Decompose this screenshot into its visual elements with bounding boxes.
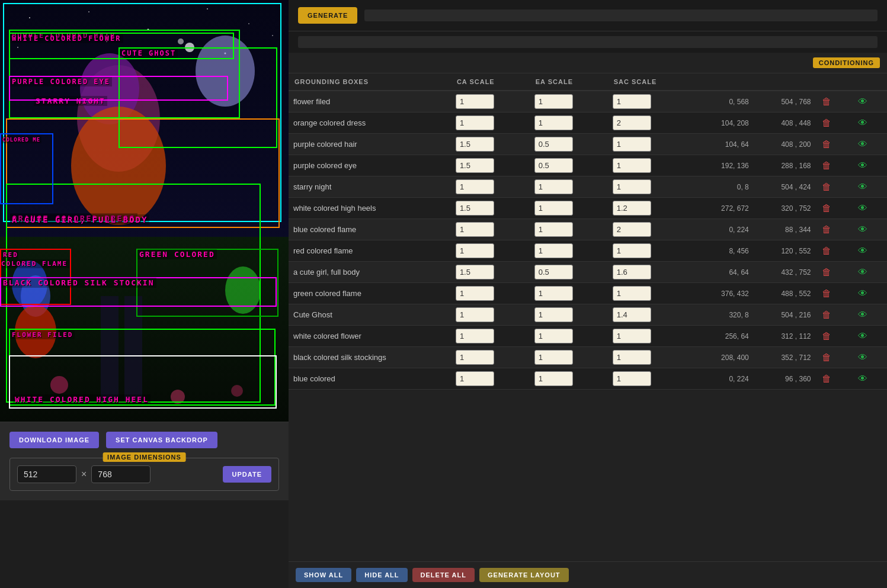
- cell-ca-9[interactable]: [451, 283, 530, 304]
- input-sac-6[interactable]: [613, 222, 651, 237]
- cell-sac-13[interactable]: [608, 368, 695, 390]
- cell-delete-1[interactable]: 🗑: [815, 113, 851, 134]
- input-ea-7[interactable]: [534, 243, 573, 258]
- download-image-button[interactable]: DOWNLOAD IMAGE: [9, 432, 99, 448]
- eye-button-10[interactable]: 👁: [856, 308, 869, 322]
- input-ca-1[interactable]: [456, 115, 494, 130]
- cell-eye-6[interactable]: 👁: [851, 219, 887, 240]
- cell-delete-4[interactable]: 🗑: [815, 176, 851, 198]
- cell-eye-11[interactable]: 👁: [851, 326, 887, 347]
- cell-ca-1[interactable]: [451, 113, 530, 134]
- delete-button-4[interactable]: 🗑: [820, 180, 833, 194]
- delete-button-3[interactable]: 🗑: [820, 159, 833, 173]
- input-ea-0[interactable]: [534, 94, 573, 109]
- cell-ea-4[interactable]: [530, 176, 608, 198]
- input-sac-3[interactable]: [613, 158, 651, 173]
- cell-eye-2[interactable]: 👁: [851, 134, 887, 155]
- cell-ca-6[interactable]: [451, 219, 530, 240]
- input-sac-2[interactable]: [613, 137, 651, 152]
- input-ca-2[interactable]: [456, 137, 494, 152]
- delete-all-button[interactable]: DELETE ALL: [412, 568, 475, 582]
- cell-eye-0[interactable]: 👁: [851, 91, 887, 113]
- cell-sac-11[interactable]: [608, 326, 695, 347]
- cell-sac-8[interactable]: [608, 262, 695, 283]
- input-sac-9[interactable]: [613, 286, 651, 301]
- eye-button-0[interactable]: 👁: [856, 95, 869, 109]
- cell-ea-1[interactable]: [530, 113, 608, 134]
- cell-ea-9[interactable]: [530, 283, 608, 304]
- cell-ea-8[interactable]: [530, 262, 608, 283]
- input-ea-8[interactable]: [534, 265, 573, 279]
- cell-ca-3[interactable]: [451, 155, 530, 176]
- input-ca-11[interactable]: [456, 329, 494, 343]
- cell-delete-11[interactable]: 🗑: [815, 326, 851, 347]
- show-all-button[interactable]: SHOW ALL: [296, 568, 351, 582]
- input-ca-12[interactable]: [456, 350, 494, 365]
- input-ca-4[interactable]: [456, 179, 494, 194]
- input-ca-7[interactable]: [456, 243, 494, 258]
- eye-button-1[interactable]: 👁: [856, 116, 869, 130]
- input-ea-11[interactable]: [534, 329, 573, 343]
- eye-button-12[interactable]: 👁: [856, 351, 869, 365]
- update-button[interactable]: UPDATE: [223, 466, 271, 483]
- cell-sac-7[interactable]: [608, 240, 695, 262]
- eye-button-5[interactable]: 👁: [856, 201, 869, 216]
- input-ca-5[interactable]: [456, 201, 494, 216]
- input-ea-3[interactable]: [534, 158, 573, 173]
- input-sac-7[interactable]: [613, 243, 651, 258]
- cell-eye-5[interactable]: 👁: [851, 198, 887, 219]
- input-sac-8[interactable]: [613, 265, 651, 279]
- delete-button-13[interactable]: 🗑: [820, 372, 833, 386]
- cell-delete-9[interactable]: 🗑: [815, 283, 851, 304]
- input-ea-5[interactable]: [534, 201, 573, 216]
- cell-eye-4[interactable]: 👁: [851, 176, 887, 198]
- cell-ca-2[interactable]: [451, 134, 530, 155]
- delete-button-7[interactable]: 🗑: [820, 244, 833, 258]
- eye-button-9[interactable]: 👁: [856, 287, 869, 301]
- generate-layout-button[interactable]: GENERATE LAYOUT: [479, 568, 569, 582]
- cell-sac-1[interactable]: [608, 113, 695, 134]
- delete-button-1[interactable]: 🗑: [820, 116, 833, 130]
- eye-button-3[interactable]: 👁: [856, 159, 869, 173]
- cell-ea-0[interactable]: [530, 91, 608, 113]
- input-ca-13[interactable]: [456, 371, 494, 386]
- cell-ca-11[interactable]: [451, 326, 530, 347]
- cell-sac-3[interactable]: [608, 155, 695, 176]
- cell-delete-12[interactable]: 🗑: [815, 347, 851, 368]
- input-ea-9[interactable]: [534, 286, 573, 301]
- cell-ea-12[interactable]: [530, 347, 608, 368]
- eye-button-11[interactable]: 👁: [856, 329, 869, 343]
- input-ca-6[interactable]: [456, 222, 494, 237]
- cell-delete-6[interactable]: 🗑: [815, 219, 851, 240]
- input-ea-13[interactable]: [534, 371, 573, 386]
- cell-ca-7[interactable]: [451, 240, 530, 262]
- cell-eye-8[interactable]: 👁: [851, 262, 887, 283]
- eye-button-2[interactable]: 👁: [856, 137, 869, 152]
- cell-ea-2[interactable]: [530, 134, 608, 155]
- height-input[interactable]: [91, 465, 150, 483]
- input-ca-0[interactable]: [456, 94, 494, 109]
- cell-sac-5[interactable]: [608, 198, 695, 219]
- cell-ca-8[interactable]: [451, 262, 530, 283]
- input-sac-5[interactable]: [613, 201, 651, 216]
- input-ca-8[interactable]: [456, 265, 494, 279]
- cell-sac-2[interactable]: [608, 134, 695, 155]
- eye-button-7[interactable]: 👁: [856, 244, 869, 258]
- delete-button-2[interactable]: 🗑: [820, 137, 833, 152]
- delete-button-10[interactable]: 🗑: [820, 308, 833, 322]
- eye-button-6[interactable]: 👁: [856, 223, 869, 237]
- input-ea-4[interactable]: [534, 179, 573, 194]
- hide-all-button[interactable]: HIDE ALL: [356, 568, 407, 582]
- cell-ea-3[interactable]: [530, 155, 608, 176]
- cell-ca-0[interactable]: [451, 91, 530, 113]
- input-sac-0[interactable]: [613, 94, 651, 109]
- cell-ea-7[interactable]: [530, 240, 608, 262]
- cell-delete-5[interactable]: 🗑: [815, 198, 851, 219]
- cell-sac-4[interactable]: [608, 176, 695, 198]
- cell-ea-5[interactable]: [530, 198, 608, 219]
- input-ea-6[interactable]: [534, 222, 573, 237]
- cell-delete-13[interactable]: 🗑: [815, 368, 851, 390]
- cell-eye-9[interactable]: 👁: [851, 283, 887, 304]
- input-ea-1[interactable]: [534, 115, 573, 130]
- eye-button-4[interactable]: 👁: [856, 180, 869, 194]
